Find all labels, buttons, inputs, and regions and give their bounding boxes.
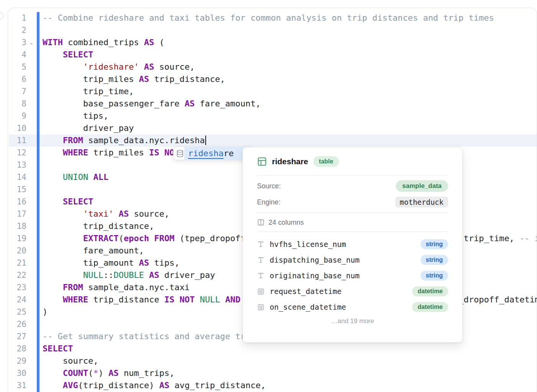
line-number[interactable]: 19 (10, 232, 26, 245)
code-text: driver_pay (43, 122, 134, 134)
edge-handle[interactable] (0, 12, 3, 20)
code-text: COUNT(*) AS num_trips, (43, 367, 174, 379)
code-text: base_passenger_fare AS fare_amount, (43, 98, 261, 110)
suggestion-rest-text: re (224, 149, 234, 158)
columns-count-row: 24 columns (257, 216, 448, 229)
line-number[interactable]: 29 (10, 355, 26, 367)
card-header: rideshare table (257, 154, 448, 170)
line-number[interactable]: 30 (10, 367, 26, 379)
text-cursor (205, 136, 206, 145)
code-text: SELECT (43, 343, 73, 355)
line-number[interactable]: 18 (10, 220, 26, 232)
line-number[interactable]: 8 (10, 98, 26, 110)
line-number[interactable]: 28 (10, 343, 26, 355)
code-text: fare_amount, (43, 245, 144, 257)
line-number[interactable]: 13 (10, 159, 26, 171)
code-line[interactable]: 3⌄WITH combined_trips AS ( (8, 36, 537, 49)
column-row-originating_base_num: originating_base_numstring (257, 269, 448, 282)
text-type-icon (257, 272, 265, 279)
line-number[interactable]: 20 (10, 245, 26, 257)
column-name: request_datetime (270, 287, 342, 296)
code-line[interactable]: 5 'rideshare' AS source, (8, 61, 537, 73)
columns-count-label: 24 columns (268, 219, 304, 227)
code-text: trip_distance, (43, 220, 154, 232)
code-text: ) (43, 306, 47, 318)
code-text: -- Combine rideshare and taxi tables for… (43, 12, 494, 24)
code-text: tips, (43, 110, 108, 122)
code-line[interactable]: 7 trip_time, (8, 85, 537, 98)
columns-icon (257, 219, 265, 226)
code-line[interactable]: 30 COUNT(*) AS num_trips, (8, 367, 537, 379)
line-number[interactable]: 26 (10, 318, 26, 330)
table-type-badge: table (313, 156, 339, 167)
code-text: UNION ALL (43, 171, 108, 183)
code-text: NULL::DOUBLE AS driver_pay (43, 269, 215, 281)
line-number[interactable]: 22 (10, 269, 26, 281)
column-row-hvfhs_license_num: hvfhs_license_numstring (257, 238, 448, 251)
line-number[interactable]: 4 (10, 49, 26, 61)
line-number[interactable]: 16 (10, 196, 26, 208)
code-text: trip_time, (43, 85, 134, 98)
line-number[interactable]: 15 (10, 183, 26, 196)
code-line[interactable]: 9 tips, (8, 110, 537, 122)
fold-chevron-icon[interactable]: ⌄ (28, 36, 35, 49)
code-line[interactable]: 1-- Combine rideshare and taxi tables fo… (8, 12, 537, 24)
line-number[interactable]: 9 (10, 110, 26, 122)
code-text: 'taxi' AS source, (43, 208, 169, 220)
line-number[interactable]: 21 (10, 257, 26, 269)
line-number[interactable]: 12 (10, 147, 26, 159)
column-type-badge: datetime (412, 286, 448, 296)
code-text: FROM sample_data.nyc.taxi (43, 281, 190, 294)
line-number[interactable]: 2 (10, 24, 26, 36)
table-name: rideshare (272, 157, 308, 166)
line-number[interactable]: 24 (10, 294, 26, 306)
line-number[interactable]: 7 (10, 85, 26, 98)
calendar-clock-icon (257, 303, 265, 311)
card-property-row: Engine:motherduck (257, 196, 448, 209)
line-number[interactable]: 3 (10, 36, 26, 49)
column-type-badge: string (421, 239, 448, 249)
line-number[interactable]: 27 (10, 330, 26, 343)
code-text: WITH combined_trips AS ( (43, 36, 164, 49)
line-number[interactable]: 5 (10, 61, 26, 73)
code-line[interactable]: 4 SELECT (8, 49, 537, 61)
divider (257, 232, 448, 232)
card-property-row: Source:sample_data (257, 180, 448, 193)
column-row-dispatching_base_num: dispatching_base_numstring (257, 253, 448, 266)
property-label: Source: (257, 182, 281, 190)
code-line[interactable]: 10 driver_pay (8, 122, 537, 134)
code-line[interactable]: 28SELECT (8, 343, 537, 355)
line-number[interactable]: 23 (10, 281, 26, 294)
line-number[interactable]: 25 (10, 306, 26, 318)
line-number[interactable]: 10 (10, 122, 26, 134)
code-line[interactable]: 29 source, (8, 355, 537, 367)
code-line[interactable]: 8 base_passenger_fare AS fare_amount, (8, 98, 537, 110)
property-value-badge: motherduck (395, 197, 448, 207)
column-type-badge: string (421, 271, 448, 281)
code-line[interactable]: 2 (8, 24, 537, 36)
text-type-icon (257, 240, 265, 248)
code-line[interactable]: 6 trip_miles AS trip_distance, (8, 73, 537, 85)
property-label: Engine: (257, 198, 280, 206)
line-number[interactable]: 6 (10, 73, 26, 85)
line-number[interactable]: 17 (10, 208, 26, 220)
code-line[interactable]: 11 FROM sample_data.nyc.ridesha (8, 134, 537, 147)
column-name: originating_base_num (270, 271, 360, 280)
column-name: on_scene_datetime (270, 303, 346, 312)
line-number[interactable]: 11 (10, 134, 26, 147)
line-number[interactable]: 1 (10, 12, 26, 24)
column-type-badge: datetime (412, 302, 448, 312)
code-line[interactable]: 31 AVG(trip_distance) AS avg_trip_distan… (8, 379, 537, 392)
code-text: SELECT (43, 49, 93, 61)
code-text: trip_miles AS trip_distance, (43, 73, 225, 85)
line-number[interactable]: 14 (10, 171, 26, 183)
column-type-badge: string (421, 255, 448, 265)
code-text: tip_amount AS tips, (43, 257, 180, 269)
line-number[interactable]: 31 (10, 379, 26, 392)
more-columns-label: …and 19 more (243, 317, 462, 325)
code-text: SELECT (43, 196, 93, 208)
column-name: hvfhs_license_num (270, 240, 346, 249)
code-text: FROM sample_data.nyc.ridesha (43, 134, 206, 147)
calendar-clock-icon (257, 287, 265, 295)
table-icon (257, 157, 267, 167)
